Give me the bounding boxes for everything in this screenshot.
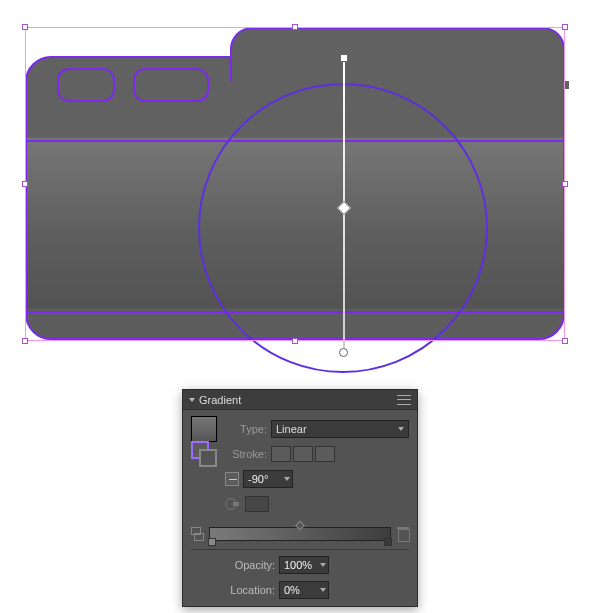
stroke-along-button[interactable] bbox=[293, 446, 313, 462]
aspect-ratio-input[interactable] bbox=[245, 496, 269, 512]
selection-handle[interactable] bbox=[22, 181, 28, 187]
opacity-label: Opacity: bbox=[227, 559, 275, 571]
opacity-input[interactable]: 100% bbox=[279, 556, 329, 574]
selection-handle[interactable] bbox=[292, 338, 298, 344]
stroke-label: Stroke: bbox=[225, 448, 267, 460]
stroke-gradient-buttons bbox=[271, 446, 335, 462]
type-dropdown[interactable]: Linear bbox=[271, 420, 409, 438]
panel-menu-icon[interactable] bbox=[397, 395, 411, 405]
gradient-panel: Gradient Type: Linear Stroke: -90° bbox=[182, 389, 418, 607]
location-input[interactable]: 0% bbox=[279, 581, 329, 599]
panel-title: Gradient bbox=[199, 394, 397, 406]
chevron-down-icon bbox=[398, 427, 404, 431]
selection-handle[interactable] bbox=[562, 181, 568, 187]
chevron-down-icon bbox=[320, 563, 326, 567]
panel-body: Type: Linear Stroke: -90° bbox=[183, 410, 417, 608]
selection-handle[interactable] bbox=[22, 338, 28, 344]
aspect-ratio-icon bbox=[225, 498, 241, 510]
stroke-across-button[interactable] bbox=[315, 446, 335, 462]
reverse-gradient-icon[interactable] bbox=[191, 527, 203, 541]
type-label: Type: bbox=[225, 423, 267, 435]
selection-handle[interactable] bbox=[562, 338, 568, 344]
gradient-color-stop[interactable] bbox=[208, 538, 216, 546]
gradient-slider[interactable] bbox=[209, 527, 391, 541]
location-label: Location: bbox=[227, 584, 275, 596]
angle-icon bbox=[225, 472, 239, 486]
illustrator-canvas[interactable] bbox=[25, 27, 565, 341]
stroke-within-button[interactable] bbox=[271, 446, 291, 462]
chevron-down-icon bbox=[320, 588, 326, 592]
angle-input[interactable]: -90° bbox=[243, 470, 293, 488]
type-value: Linear bbox=[276, 423, 307, 435]
delete-stop-icon[interactable] bbox=[397, 527, 409, 541]
selection-handle[interactable] bbox=[292, 24, 298, 30]
gradient-end-handle[interactable] bbox=[339, 348, 348, 357]
gradient-midpoint-stop[interactable] bbox=[295, 521, 305, 531]
separator bbox=[191, 549, 409, 550]
selection-handle[interactable] bbox=[22, 24, 28, 30]
chevron-down-icon bbox=[284, 477, 290, 481]
collapse-arrow-icon[interactable] bbox=[189, 398, 195, 402]
stroke-swatch[interactable] bbox=[199, 449, 217, 467]
selection-bounding-box bbox=[25, 27, 565, 341]
gradient-preview-swatch[interactable] bbox=[191, 416, 217, 442]
selection-handle[interactable] bbox=[562, 24, 568, 30]
fill-stroke-toggle[interactable] bbox=[191, 441, 217, 467]
panel-header[interactable]: Gradient bbox=[183, 390, 417, 410]
gradient-color-stop[interactable] bbox=[384, 538, 392, 546]
